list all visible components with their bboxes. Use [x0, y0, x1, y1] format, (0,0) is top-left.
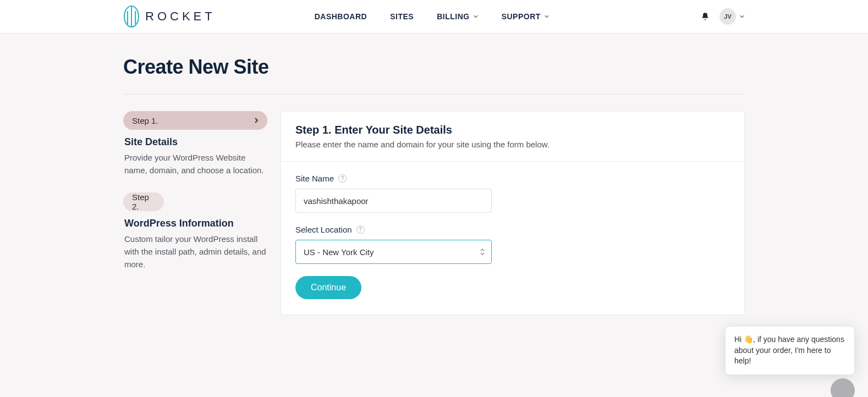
step-1-pill[interactable]: Step 1. — [123, 111, 267, 130]
step-2-pill[interactable]: Step 2. — [123, 192, 164, 211]
site-name-input[interactable] — [295, 189, 492, 213]
step-2-description: Custom tailor your WordPress install wit… — [124, 233, 266, 271]
step-2-block: WordPress Information Custom tailor your… — [123, 218, 267, 271]
card-divider — [281, 161, 744, 162]
nav-support-label: SUPPORT — [502, 12, 541, 21]
step-1-description: Provide your WordPress Website name, dom… — [124, 151, 266, 177]
divider — [123, 94, 745, 95]
chevron-down-icon — [739, 14, 745, 19]
location-selected-value: US - New York City — [304, 247, 374, 257]
step-1-pill-label: Step 1. — [132, 116, 158, 125]
step-2-heading: WordPress Information — [124, 218, 266, 229]
chevron-down-icon — [473, 14, 479, 19]
site-details-card: Step 1. Enter Your Site Details Please e… — [281, 111, 745, 315]
location-field: Select Location ? US - New York City — [295, 225, 730, 264]
chat-message: Hi 👋, if you have any questions about yo… — [734, 335, 844, 348]
bell-icon[interactable] — [701, 12, 710, 21]
location-label: Select Location — [295, 225, 352, 234]
card-title: Step 1. Enter Your Site Details — [295, 124, 730, 136]
page-title: Create New Site — [123, 56, 745, 79]
avatar: JV — [719, 8, 736, 25]
rocket-logo-icon — [123, 5, 140, 27]
avatar-initials: JV — [724, 13, 731, 20]
top-nav: ROCKET DASHBOARD SITES BILLING SUPPORT J… — [0, 0, 868, 34]
brand[interactable]: ROCKET — [123, 5, 216, 27]
step-1-block: Site Details Provide your WordPress Webs… — [123, 136, 267, 177]
nav-billing[interactable]: BILLING — [437, 12, 479, 21]
brand-name: ROCKET — [145, 9, 216, 24]
main-nav: DASHBOARD SITES BILLING SUPPORT — [315, 12, 550, 21]
site-name-field: Site Name ? — [295, 174, 730, 213]
chevron-right-icon — [253, 117, 260, 124]
help-icon[interactable]: ? — [338, 174, 347, 183]
nav-billing-label: BILLING — [437, 12, 470, 21]
nav-support[interactable]: SUPPORT — [502, 12, 550, 21]
nav-sites[interactable]: SITES — [390, 12, 414, 21]
help-icon[interactable]: ? — [356, 225, 365, 234]
step-1-heading: Site Details — [124, 136, 266, 148]
location-select[interactable]: US - New York City — [295, 240, 492, 264]
step-2-pill-label: Step 2. — [132, 192, 156, 211]
chat-bubble[interactable]: Hi 👋, if you have any questions about yo… — [725, 326, 855, 348]
user-menu[interactable]: JV — [719, 8, 745, 25]
continue-button[interactable]: Continue — [295, 276, 361, 299]
nav-dashboard[interactable]: DASHBOARD — [315, 12, 367, 21]
chevron-down-icon — [544, 14, 550, 19]
site-name-label: Site Name — [295, 174, 334, 183]
nav-dashboard-label: DASHBOARD — [315, 12, 367, 21]
card-subtitle: Please enter the name and domain for you… — [295, 140, 730, 149]
nav-sites-label: SITES — [390, 12, 414, 21]
page: Create New Site Step 1. Site Details Pro… — [123, 34, 745, 348]
continue-button-label: Continue — [311, 283, 346, 292]
steps-sidebar: Step 1. Site Details Provide your WordPr… — [123, 111, 267, 315]
